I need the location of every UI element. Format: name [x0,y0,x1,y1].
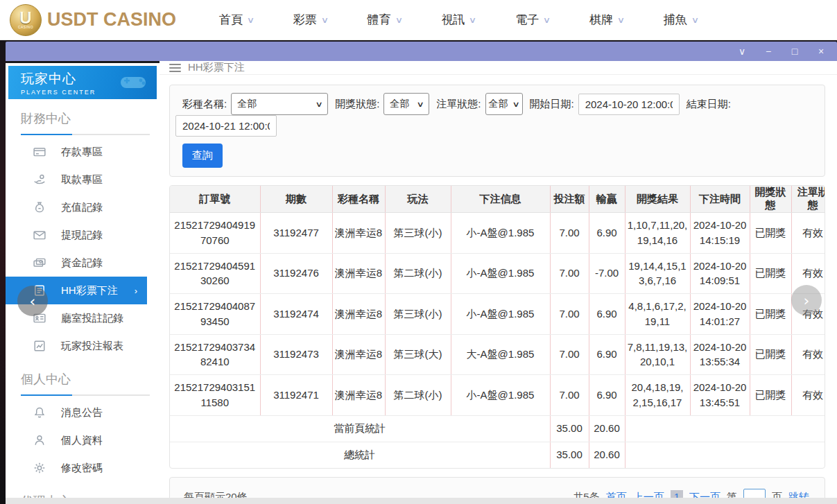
summary-row: 總統計35.0020.60 [170,442,825,468]
sidebar-item-label: 存款專區 [61,146,103,159]
window-close-icon[interactable]: × [815,46,827,56]
cell-result: 1,10,7,11,20,19,14,16 [625,213,690,254]
order-status-select[interactable]: 全部 ∨ [485,93,523,115]
summary-amount: 35.00 [550,442,589,468]
nav-item-home[interactable]: 首頁∨ [219,12,254,28]
sidebar-item-player-bet-report[interactable]: 玩家投注報表 [6,332,159,360]
window-dropdown-icon[interactable]: ∨ [736,46,748,56]
cell-order-id: 2152172940315111580 [170,375,260,416]
sidebar-item-label: 提現記錄 [61,229,103,242]
sidebar-item-announcements[interactable]: 消息公告 [6,399,159,426]
nav-item-label: 視訊 [441,12,465,28]
cell-draw-status: 已開獎 [750,294,791,335]
cell-time: 2024-10-20 14:15:19 [690,213,750,254]
chevron-right-icon: › [135,286,137,296]
window-bottom-edge [6,498,837,504]
cell-play: 第三球(小) [385,213,451,254]
site-logo[interactable]: U CASINO USDT CASINO [10,4,176,36]
deposit-card-icon [33,146,46,158]
table-row: 215217294037348241031192473澳洲幸运8第三球(大)大-… [170,334,825,375]
nav-item-label: 捕魚 [664,12,687,28]
cell-period: 31192477 [260,213,332,254]
sidebar-item-withdraw[interactable]: 取款專區 [6,166,159,193]
column-header: 玩法 [385,186,451,213]
hamburger-menu-icon[interactable] [169,64,181,72]
sidebar: 玩家中心 PLAYERS CENTER 財務中心存款專區取款專區充值記錄提現記錄… [6,63,159,504]
summary-label: 當前頁統計 [170,415,550,442]
lottery-name-select[interactable]: 全部 ∨ [231,93,328,115]
column-header: 輸贏 [589,186,625,213]
expand-panel-arrow[interactable]: › [791,285,822,315]
gear-icon [33,462,46,474]
summary-blank [625,415,825,442]
nav-item-live[interactable]: 視訊∨ [441,12,476,28]
gamepad-icon [118,71,148,95]
cell-play: 第三球(小) [385,294,451,335]
sidebar-item-label: 取款專區 [61,173,103,186]
lottery-name-value: 全部 [237,98,257,110]
cell-time: 2024-10-20 13:55:34 [690,334,750,375]
chevron-down-icon: ∨ [543,15,551,25]
cell-bet-info: 大-A盤@1.985 [451,334,550,375]
summary-label: 總統計 [170,442,550,468]
sidebar-item-profile[interactable]: 個人資料 [6,426,159,454]
cell-draw-status: 已開獎 [750,253,791,294]
end-date-label: 結束日期: [687,98,731,111]
user-icon [33,434,46,446]
start-date-label: 開始日期: [530,98,574,111]
search-button[interactable]: 查詢 [182,144,223,168]
summary-blank [625,442,825,468]
cell-winloss: 6.90 [589,334,625,375]
sidebar-item-change-password[interactable]: 修改密碼 [6,454,159,482]
sidebar-item-cashout-record[interactable]: 提現記錄 [6,221,159,249]
column-header: 期數 [260,186,332,213]
nav-item-sports[interactable]: 體育∨ [368,12,402,28]
cell-lottery: 澳洲幸运8 [332,253,385,294]
nav-item-slots[interactable]: 電子∨ [515,12,550,28]
chevron-down-icon: ∨ [469,15,476,25]
cell-lottery: 澳洲幸运8 [332,213,385,254]
cell-result: 7,8,11,19,13,20,10,1 [625,334,690,375]
draw-status-select[interactable]: 全部 ∨ [383,93,429,115]
summary-amount: 35.00 [550,415,589,442]
nav-item-cards[interactable]: 棋牌∨ [589,12,624,28]
cell-time: 2024-10-20 14:01:27 [690,294,750,335]
page-title: HH彩票下注 [188,61,245,74]
cell-period: 31192471 [260,375,332,416]
cell-draw-status: 已開獎 [750,375,791,416]
chevron-down-icon: ∨ [315,100,322,109]
cell-bet-info: 小-A盤@1.985 [451,253,550,294]
sidebar-item-deposit[interactable]: 存款專區 [6,138,159,166]
end-date-input[interactable] [175,115,277,137]
section-divider [21,394,150,396]
start-date-input[interactable] [578,94,680,115]
sidebar-item-funds-record[interactable]: 資金記錄 [6,249,159,277]
cell-bet-info: 小-A盤@1.985 [451,294,550,335]
withdraw-hand-icon [33,173,46,186]
lottery-name-label: 彩種名稱: [182,98,227,111]
nav-item-fishing[interactable]: 捕魚∨ [664,12,698,28]
cell-period: 31192476 [260,253,332,294]
cell-amount: 7.00 [550,253,589,294]
cell-play: 第二球(小) [385,375,451,416]
nav-item-lottery[interactable]: 彩票∨ [293,12,328,28]
sidebar-section-title: 財務中心 [21,110,159,127]
column-header: 下注時間 [690,186,750,213]
nav-item-label: 彩票 [293,12,317,28]
column-header: 開獎結果 [625,186,690,213]
cell-result: 20,4,18,19,2,15,16,17 [625,375,690,416]
sidebar-item-label: 充值記錄 [61,201,103,214]
sidebar-item-label: 消息公告 [61,406,103,419]
cell-order-status: 有效 [791,213,825,254]
column-header: 下注信息 [451,186,550,213]
sidebar-item-recharge-record[interactable]: 充值記錄 [6,193,159,221]
window-maximize-icon[interactable]: □ [788,46,801,56]
breadcrumb: HH彩票下注 [159,61,837,75]
collapse-sidebar-arrow[interactable]: ‹ [17,286,48,316]
cell-order-status: 有效 [791,375,825,416]
window-minimize-icon[interactable]: − [762,46,775,56]
moneybag-icon [33,201,46,214]
cell-order-status: 有效 [791,334,825,375]
chevron-down-icon: ∨ [395,15,402,25]
sidebar-item-label: 廳室投註記錄 [61,312,123,325]
